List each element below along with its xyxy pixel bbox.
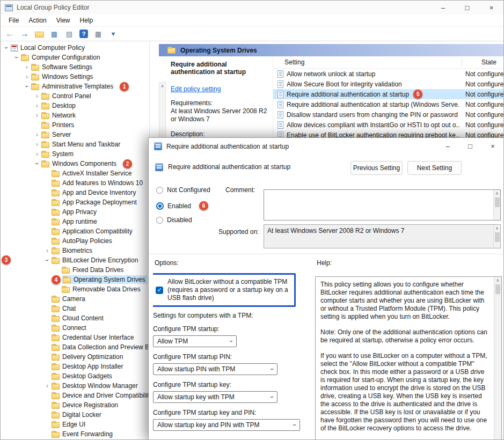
tree-item[interactable]: Removable Data Drives — [1, 284, 149, 294]
tree-item-body[interactable]: System — [41, 150, 76, 158]
tree-item-body[interactable]: Desktop Window Manager — [51, 382, 140, 390]
radio-checked-icon[interactable] — [156, 202, 164, 210]
tree-item[interactable]: App Privacy — [1, 207, 149, 217]
dropdown[interactable]: Allow startup PIN with TPM › — [153, 363, 277, 375]
comment-scrollbar[interactable]: ∧ — [493, 190, 500, 220]
tree-item[interactable]: App and Device Inventory — [1, 188, 149, 197]
previous-setting-button[interactable]: Previous Setting — [350, 161, 403, 175]
edit-policy-setting-link[interactable]: Edit policy setting — [171, 85, 221, 93]
radio-enabled[interactable]: Enabled 6 — [156, 201, 208, 210]
tree-item[interactable]: Credential User Interface — [1, 333, 149, 342]
expander-icon[interactable]: › — [33, 102, 41, 109]
tree-item[interactable]: › Windows Components 2 — [1, 159, 149, 168]
tree-item-body[interactable]: Device and Driver Compatibility — [51, 391, 150, 400]
tree-item-body[interactable]: Printers — [41, 121, 76, 129]
expander-icon[interactable]: › — [33, 141, 41, 148]
scroll-up-icon[interactable]: ∧ — [159, 83, 165, 90]
tree-item-body[interactable]: App Package Deployment — [51, 198, 139, 207]
tree-item-body[interactable]: Desktop Gadgets — [51, 372, 114, 380]
tree-item[interactable]: Application Compatibility — [1, 226, 149, 236]
tree-item[interactable]: Chat — [1, 304, 149, 313]
tree-item[interactable]: › Desktop — [1, 101, 149, 111]
tree-item-body[interactable]: Server — [41, 130, 73, 139]
scroll-up-icon[interactable]: ∧ — [494, 190, 500, 197]
tree-item[interactable]: Connect — [1, 323, 149, 333]
tree-item[interactable]: Delivery Optimization — [1, 352, 149, 362]
up-one-level-icon[interactable] — [35, 32, 44, 38]
dialog-minimize-button[interactable]: – — [436, 138, 459, 155]
tree-item-body[interactable]: App Privacy — [51, 208, 99, 216]
tree-item[interactable]: Edge UI — [1, 420, 149, 429]
tree-item[interactable]: Data Collection and Preview Builds — [1, 342, 149, 352]
menu-file[interactable]: File — [4, 16, 24, 25]
scroll-up-icon[interactable]: ∧ — [494, 277, 501, 284]
tree-item-body[interactable]: Data Collection and Preview Builds — [51, 343, 150, 351]
expander-icon[interactable]: › — [23, 83, 31, 90]
tree-item-body[interactable]: Event Forwarding — [51, 430, 115, 438]
tree-item[interactable]: › Desktop Window Manager — [1, 381, 149, 391]
tree-item-body[interactable]: Connect — [51, 324, 89, 332]
expander-icon[interactable]: › — [33, 131, 41, 138]
menu-help[interactable]: Help — [75, 16, 98, 25]
tree-item[interactable]: App runtime — [1, 217, 149, 226]
setting-row[interactable]: Allow devices compliant with InstantGo o… — [273, 120, 503, 130]
expander-icon[interactable]: › — [23, 73, 31, 80]
tree-item[interactable]: Add features to Windows 10 — [1, 178, 149, 188]
tree-item[interactable]: 4 Operating System Drives — [1, 275, 149, 284]
tree-item[interactable]: Device Registration — [1, 400, 149, 410]
details-view-icon[interactable]: ▦ — [93, 29, 103, 39]
tree-item[interactable]: Printers — [1, 120, 149, 130]
tree-item-body[interactable]: Camera — [51, 295, 87, 303]
tree-item-body[interactable]: Credential User Interface — [51, 333, 136, 342]
expander-icon[interactable]: › — [33, 92, 41, 100]
setting-row[interactable]: Require additional authentication at sta… — [273, 99, 503, 109]
state-column-header[interactable]: State — [481, 58, 496, 66]
tree-item-body[interactable]: Administrative Templates — [31, 82, 115, 91]
expander-icon[interactable]: › — [43, 382, 51, 390]
tree-item-body[interactable]: Cloud Content — [51, 314, 106, 322]
tree-item[interactable]: › System — [1, 149, 149, 159]
tree-item[interactable]: › Local Computer Policy — [1, 43, 149, 53]
setting-row[interactable]: Allow Secure Boot for integrity validati… — [273, 79, 503, 89]
tree-item-body[interactable]: Control Panel — [41, 92, 93, 100]
menu-view[interactable]: View — [52, 16, 75, 25]
setting-column-header[interactable]: Setting — [284, 58, 304, 66]
dropdown[interactable]: Allow TPM › — [153, 335, 237, 347]
tree-item-body[interactable]: Desktop App Installer — [51, 362, 125, 371]
expander-icon[interactable]: › — [3, 44, 10, 52]
tree-item[interactable]: Digital Locker — [1, 410, 149, 420]
tree-item-body[interactable]: App and Device Inventory — [51, 188, 138, 197]
tree-item-body[interactable]: Network — [41, 111, 78, 120]
tree-item-body[interactable]: ActiveX Installer Service — [51, 169, 134, 178]
tree-item-body[interactable]: Computer Configuration — [20, 53, 102, 62]
forward-icon[interactable]: → — [20, 29, 30, 39]
tree-item[interactable]: › Control Panel — [1, 91, 149, 101]
radio-disabled[interactable]: Disabled — [156, 216, 192, 224]
tree-item-body[interactable]: App runtime — [51, 217, 99, 226]
tree-item-body[interactable]: Biometrics — [51, 246, 94, 255]
tree-item[interactable]: › Software Settings — [1, 62, 149, 72]
tree-item[interactable]: › Windows Settings — [1, 72, 149, 82]
tree-item-body[interactable]: Software Settings — [31, 63, 94, 71]
tree-item[interactable]: › Computer Configuration — [1, 53, 149, 62]
tree-item-body[interactable]: Chat — [51, 304, 78, 313]
tree-item[interactable]: › Server — [1, 130, 149, 140]
dropdown[interactable]: Allow startup key with TPM › — [153, 391, 277, 403]
tree-item-body[interactable]: Removable Data Drives — [61, 285, 143, 294]
minimize-button[interactable]: – — [431, 1, 455, 14]
setting-row[interactable]: Allow network unlock at startup Not conf… — [273, 69, 503, 79]
help-scrollbar[interactable]: ∧ — [494, 277, 501, 440]
radio-unchecked-icon[interactable] — [156, 217, 163, 224]
tree-item[interactable]: Desktop Gadgets — [1, 371, 149, 381]
expander-icon[interactable]: › — [43, 256, 51, 264]
console-tree-icon[interactable]: ▦ — [49, 29, 59, 39]
expander-icon[interactable]: › — [33, 150, 41, 158]
tree-item-body[interactable]: BitLocker Drive Encryption — [51, 256, 140, 265]
close-button[interactable]: × — [479, 1, 503, 14]
setting-row[interactable]: Disallow standard users from changing th… — [273, 109, 503, 120]
tree-item[interactable]: › Biometrics — [1, 246, 149, 255]
tpm-checkbox[interactable]: ✓ — [156, 287, 163, 294]
tree-item-body[interactable]: Add features to Windows 10 — [51, 179, 145, 187]
tree-item[interactable]: App Package Deployment — [1, 197, 149, 207]
help-icon[interactable]: ? — [79, 30, 88, 38]
